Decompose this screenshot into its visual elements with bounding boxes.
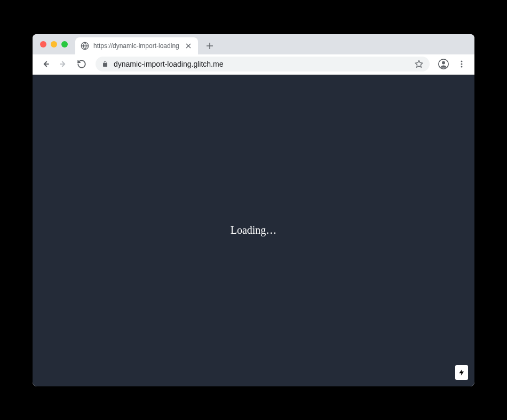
browser-window: https://dynamic-import-loading bbox=[33, 34, 474, 386]
page-content: Loading… bbox=[33, 75, 474, 386]
globe-icon bbox=[81, 42, 89, 50]
minimize-window-button[interactable] bbox=[51, 41, 57, 47]
maximize-window-button[interactable] bbox=[61, 41, 68, 47]
url-text: dynamic-import-loading.glitch.me bbox=[114, 60, 409, 68]
back-button[interactable] bbox=[38, 57, 53, 72]
tab-bar: https://dynamic-import-loading bbox=[33, 34, 474, 54]
forward-button[interactable] bbox=[56, 57, 71, 72]
svg-marker-8 bbox=[415, 60, 422, 67]
browser-tab[interactable]: https://dynamic-import-loading bbox=[75, 37, 198, 54]
loading-message: Loading… bbox=[231, 224, 277, 236]
window-controls bbox=[40, 41, 68, 47]
menu-icon[interactable] bbox=[454, 57, 469, 72]
svg-point-11 bbox=[461, 61, 463, 62]
bookmark-star-icon[interactable] bbox=[415, 60, 423, 68]
lightning-icon bbox=[458, 368, 465, 377]
new-tab-button[interactable] bbox=[202, 38, 217, 53]
lock-icon bbox=[102, 60, 108, 68]
svg-point-13 bbox=[461, 66, 463, 68]
close-window-button[interactable] bbox=[40, 41, 46, 47]
address-bar[interactable]: dynamic-import-loading.glitch.me bbox=[96, 57, 430, 72]
tab-title: https://dynamic-import-loading bbox=[93, 42, 180, 50]
svg-point-12 bbox=[461, 64, 463, 65]
svg-point-10 bbox=[442, 61, 445, 65]
glitch-badge[interactable] bbox=[455, 365, 468, 380]
profile-icon[interactable] bbox=[436, 57, 451, 72]
browser-toolbar: dynamic-import-loading.glitch.me bbox=[33, 54, 474, 75]
reload-button[interactable] bbox=[74, 57, 89, 72]
close-tab-icon[interactable] bbox=[184, 42, 193, 50]
